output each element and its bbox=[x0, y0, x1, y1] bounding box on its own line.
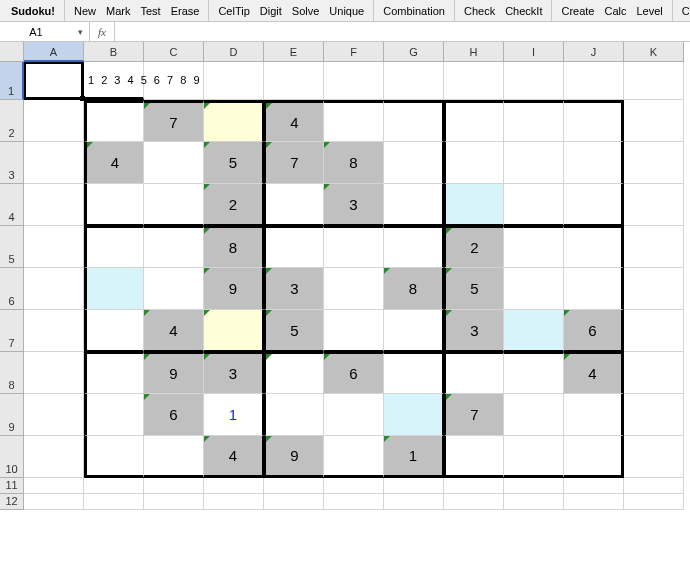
cell-d8[interactable]: 3 bbox=[204, 352, 264, 394]
cell-f3[interactable]: 8 bbox=[324, 142, 384, 184]
cell-i9[interactable] bbox=[504, 394, 564, 436]
btn-solve[interactable]: Solve bbox=[287, 3, 325, 19]
row-header-5[interactable]: 5 bbox=[0, 226, 24, 268]
cell-c8[interactable]: 9 bbox=[144, 352, 204, 394]
cell-i2[interactable] bbox=[504, 100, 564, 142]
cell-b7[interactable] bbox=[84, 310, 144, 352]
cell-k8[interactable] bbox=[624, 352, 684, 394]
cell-d6[interactable]: 9 bbox=[204, 268, 264, 310]
cell-d2[interactable] bbox=[204, 100, 264, 142]
cell-f1[interactable] bbox=[324, 62, 384, 100]
chevron-down-icon[interactable]: ▾ bbox=[78, 27, 83, 37]
cell-h10[interactable] bbox=[444, 436, 504, 478]
cell-h2[interactable] bbox=[444, 100, 504, 142]
cell-c7[interactable]: 4 bbox=[144, 310, 204, 352]
cell-c6[interactable] bbox=[144, 268, 204, 310]
cell-a7[interactable] bbox=[24, 310, 84, 352]
row-header-9[interactable]: 9 bbox=[0, 394, 24, 436]
cell-e3[interactable]: 7 bbox=[264, 142, 324, 184]
cell-j1[interactable] bbox=[564, 62, 624, 100]
row-header-11[interactable]: 11 bbox=[0, 478, 24, 494]
cell-i6[interactable] bbox=[504, 268, 564, 310]
cell-g4[interactable] bbox=[384, 184, 444, 226]
cell-j8[interactable]: 4 bbox=[564, 352, 624, 394]
cell-h6[interactable]: 5 bbox=[444, 268, 504, 310]
btn-calc[interactable]: Calc bbox=[599, 3, 631, 19]
col-header-d[interactable]: D bbox=[204, 42, 264, 62]
cell-d1[interactable] bbox=[204, 62, 264, 100]
row-header-10[interactable]: 10 bbox=[0, 436, 24, 478]
col-header-k[interactable]: K bbox=[624, 42, 684, 62]
btn-celtip[interactable]: CelTip bbox=[213, 3, 254, 19]
cell-h4[interactable] bbox=[444, 184, 504, 226]
cell-f8[interactable]: 6 bbox=[324, 352, 384, 394]
cell-e10[interactable]: 9 bbox=[264, 436, 324, 478]
cell-f10[interactable] bbox=[324, 436, 384, 478]
cell-g5[interactable] bbox=[384, 226, 444, 268]
row-header-7[interactable]: 7 bbox=[0, 310, 24, 352]
col-header-a[interactable]: A bbox=[24, 42, 84, 62]
cell-j6[interactable] bbox=[564, 268, 624, 310]
cell-g7[interactable] bbox=[384, 310, 444, 352]
cell-g10[interactable]: 1 bbox=[384, 436, 444, 478]
cell-c2[interactable]: 7 bbox=[144, 100, 204, 142]
cell-h7[interactable]: 3 bbox=[444, 310, 504, 352]
btn-combination[interactable]: Combination bbox=[378, 3, 450, 19]
cell-b6[interactable] bbox=[84, 268, 144, 310]
name-box-input[interactable] bbox=[6, 26, 66, 38]
cell-b9[interactable] bbox=[84, 394, 144, 436]
cell-i8[interactable] bbox=[504, 352, 564, 394]
cell-a10[interactable] bbox=[24, 436, 84, 478]
btn-digit[interactable]: Digit bbox=[255, 3, 287, 19]
cell-c5[interactable] bbox=[144, 226, 204, 268]
select-all-corner[interactable] bbox=[0, 42, 24, 62]
cell-d10[interactable]: 4 bbox=[204, 436, 264, 478]
cell-a8[interactable] bbox=[24, 352, 84, 394]
cell-e6[interactable]: 3 bbox=[264, 268, 324, 310]
cell-f4[interactable]: 3 bbox=[324, 184, 384, 226]
cell-d4[interactable]: 2 bbox=[204, 184, 264, 226]
btn-unique[interactable]: Unique bbox=[324, 3, 369, 19]
cell-b3[interactable]: 4 bbox=[84, 142, 144, 184]
cell-f5[interactable] bbox=[324, 226, 384, 268]
name-box[interactable]: ▾ bbox=[0, 22, 90, 41]
cell-g2[interactable] bbox=[384, 100, 444, 142]
col-header-g[interactable]: G bbox=[384, 42, 444, 62]
btn-test[interactable]: Test bbox=[135, 3, 165, 19]
cell-k3[interactable] bbox=[624, 142, 684, 184]
cell-b5[interactable] bbox=[84, 226, 144, 268]
cell-a9[interactable] bbox=[24, 394, 84, 436]
cell-k6[interactable] bbox=[624, 268, 684, 310]
cell-f9[interactable] bbox=[324, 394, 384, 436]
cell-f7[interactable] bbox=[324, 310, 384, 352]
cell-d9[interactable]: 1 bbox=[204, 394, 264, 436]
cell-e2[interactable]: 4 bbox=[264, 100, 324, 142]
cell-d7[interactable] bbox=[204, 310, 264, 352]
cell-i10[interactable] bbox=[504, 436, 564, 478]
cell-j3[interactable] bbox=[564, 142, 624, 184]
col-header-f[interactable]: F bbox=[324, 42, 384, 62]
cell-e4[interactable] bbox=[264, 184, 324, 226]
cell-i4[interactable] bbox=[504, 184, 564, 226]
cell-k4[interactable] bbox=[624, 184, 684, 226]
row-header-8[interactable]: 8 bbox=[0, 352, 24, 394]
cell-d3[interactable]: 5 bbox=[204, 142, 264, 184]
btn-new[interactable]: New bbox=[69, 3, 101, 19]
col-header-c[interactable]: C bbox=[144, 42, 204, 62]
cell-a1[interactable] bbox=[24, 62, 84, 100]
fx-label[interactable]: fx bbox=[90, 22, 115, 41]
cell-j9[interactable] bbox=[564, 394, 624, 436]
cell-b2[interactable] bbox=[84, 100, 144, 142]
cell-i7[interactable] bbox=[504, 310, 564, 352]
col-header-j[interactable]: J bbox=[564, 42, 624, 62]
cell-a5[interactable] bbox=[24, 226, 84, 268]
btn-cleanup[interactable]: Cleanup▾ bbox=[677, 3, 690, 19]
app-menu[interactable]: Sudoku! bbox=[6, 3, 60, 19]
cell-k2[interactable] bbox=[624, 100, 684, 142]
worksheet[interactable]: A B C D E F G H I J K 1 2743457842358269… bbox=[0, 42, 690, 510]
cell-e9[interactable] bbox=[264, 394, 324, 436]
cell-j7[interactable]: 6 bbox=[564, 310, 624, 352]
cell-h5[interactable]: 2 bbox=[444, 226, 504, 268]
cell-i5[interactable] bbox=[504, 226, 564, 268]
row-header-4[interactable]: 4 bbox=[0, 184, 24, 226]
